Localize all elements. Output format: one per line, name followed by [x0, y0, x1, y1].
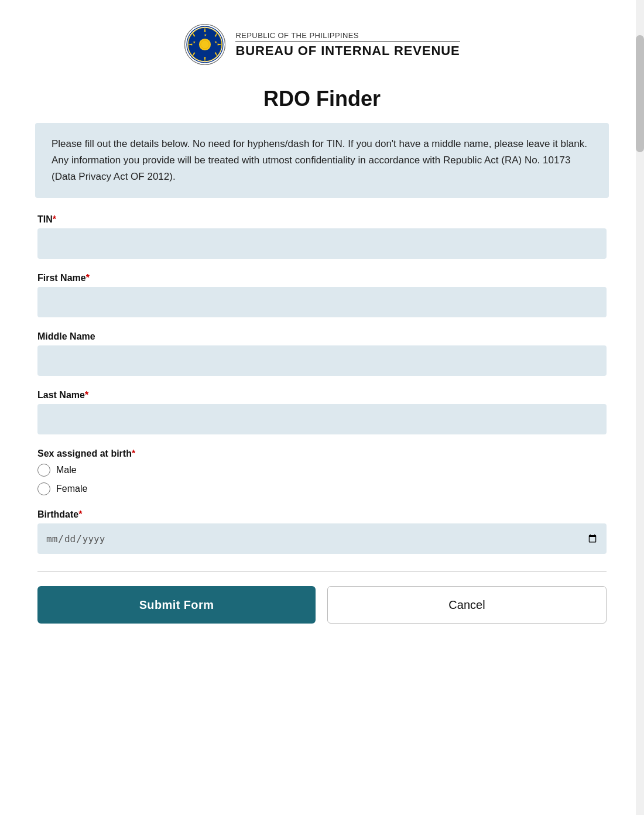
svg-text:★: ★ [193, 40, 196, 44]
middlename-label: Middle Name [37, 331, 607, 342]
sex-female-option[interactable]: Female [37, 482, 607, 495]
birthdate-input[interactable] [37, 523, 607, 554]
sex-group: Sex assigned at birth* Male Female [37, 448, 607, 495]
header-text: REPUBLIC OF THE PHILIPPINES BUREAU OF IN… [235, 31, 460, 59]
bir-logo: ★ ★ ★ [184, 23, 226, 66]
svg-text:★: ★ [215, 40, 218, 44]
firstname-input[interactable] [37, 287, 607, 317]
birthdate-group: Birthdate* [37, 509, 607, 554]
sex-female-label: Female [56, 484, 87, 494]
tin-label: TIN* [37, 214, 607, 225]
info-box: Please fill out the details below. No ne… [35, 123, 609, 198]
cancel-button[interactable]: Cancel [327, 586, 607, 624]
svg-point-13 [201, 40, 209, 49]
sex-male-label: Male [56, 465, 77, 475]
sex-male-radio[interactable] [37, 464, 50, 477]
firstname-label: First Name* [37, 273, 607, 283]
page-header: ★ ★ ★ REPUBLIC OF THE PHILIPPINES BUREAU… [35, 12, 609, 77]
lastname-label: Last Name* [37, 390, 607, 400]
svg-text:★: ★ [204, 33, 207, 37]
tin-input[interactable] [37, 228, 607, 259]
header-org-title: BUREAU OF INTERNAL REVENUE [235, 43, 460, 59]
sex-male-option[interactable]: Male [37, 464, 607, 477]
form-divider [37, 571, 607, 572]
middlename-input[interactable] [37, 345, 607, 376]
page-title: RDO Finder [35, 87, 609, 111]
form-buttons: Submit Form Cancel [37, 586, 607, 624]
tin-group: TIN* [37, 214, 607, 259]
sex-label: Sex assigned at birth* [37, 448, 607, 459]
header-subtitle: REPUBLIC OF THE PHILIPPINES [235, 31, 460, 42]
submit-button[interactable]: Submit Form [37, 586, 316, 624]
lastname-input[interactable] [37, 404, 607, 434]
firstname-group: First Name* [37, 273, 607, 317]
rdo-finder-form: TIN* First Name* Middle Name Last Name* [35, 214, 609, 624]
sex-female-radio[interactable] [37, 482, 50, 495]
scrollbar-thumb[interactable] [636, 35, 644, 152]
lastname-group: Last Name* [37, 390, 607, 434]
sex-radio-group: Male Female [37, 464, 607, 495]
middlename-group: Middle Name [37, 331, 607, 376]
birthdate-label: Birthdate* [37, 509, 607, 520]
scrollbar-track[interactable] [636, 0, 644, 815]
